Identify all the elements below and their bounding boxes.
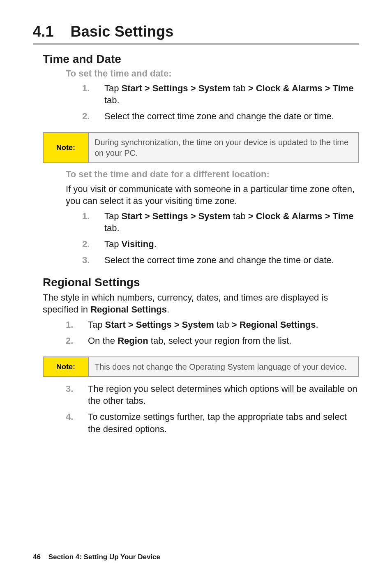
step-item: To customize settings further, tap the a…: [66, 411, 359, 439]
step-item: On the Region tab, select your region fr…: [66, 335, 359, 351]
section-title-text: Basic Settings: [70, 23, 173, 40]
steps-regional-a: Tap Start > Settings > System tab > Regi…: [33, 319, 359, 351]
step-text: tab.: [104, 95, 120, 105]
intro-text: The style in which numbers, currency, da…: [43, 292, 328, 315]
step-text: tab: [214, 319, 232, 330]
step-text: tab.: [104, 223, 120, 233]
regional-intro: The style in which numbers, currency, da…: [33, 292, 359, 315]
step-item: Tap Start > Settings > System tab > Cloc…: [82, 82, 359, 110]
step-text: Tap: [104, 83, 122, 93]
step-item: Select the correct time zone and change …: [82, 254, 359, 270]
step-text: Tap: [104, 239, 122, 249]
step-text: To customize settings further, tap the a…: [88, 412, 347, 434]
step-text: The region you select determines which o…: [88, 384, 357, 406]
step-text: .: [316, 319, 318, 330]
step-bold: > Regional Settings: [232, 319, 316, 330]
step-text: tab: [231, 83, 248, 93]
step-item: Tap Start > Settings > System tab > Cloc…: [82, 210, 359, 238]
steps-regional-b: The region you select determines which o…: [33, 383, 359, 439]
section-title: 4.1 Basic Settings: [33, 23, 359, 40]
step-bold: Region: [118, 336, 148, 346]
step-text: Tap: [88, 319, 105, 330]
note-label: Note:: [44, 357, 89, 376]
note-box: Note: During synchronization, the time o…: [43, 132, 359, 163]
step-bold: Start > Settings > System: [105, 319, 214, 330]
step-bold: > Clock & Alarms > Time: [248, 211, 354, 221]
page-footer: 46 Section 4: Setting Up Your Device: [33, 553, 160, 561]
heading-time-and-date: Time and Date: [33, 53, 359, 66]
step-item: Tap Start > Settings > System tab > Regi…: [66, 319, 359, 335]
page-number: 46: [33, 553, 41, 561]
note-label: Note:: [44, 133, 89, 162]
note-box: Note: This does not change the Operating…: [43, 356, 359, 377]
step-item: The region you select determines which o…: [66, 383, 359, 411]
page: 4.1 Basic Settings Time and Date To set …: [0, 0, 392, 581]
step-text: tab: [231, 211, 248, 221]
steps-time-a: Tap Start > Settings > System tab > Cloc…: [33, 82, 359, 126]
footer-section-label: Section 4: Setting Up Your Device: [48, 553, 160, 561]
section-number: 4.1: [33, 23, 54, 40]
step-text: On the: [88, 336, 118, 346]
step-bold: Start > Settings > System: [122, 83, 231, 93]
intro-bold: Regional Settings: [90, 304, 167, 315]
step-bold: Visiting: [122, 239, 154, 249]
note-body: During synchronization, the time on your…: [89, 133, 358, 162]
step-item: Select the correct time zone and change …: [82, 110, 359, 126]
note-body: This does not change the Operating Syste…: [89, 357, 358, 376]
step-bold: Start > Settings > System: [122, 211, 231, 221]
to-set-time-label: To set the time and date:: [33, 68, 359, 79]
step-bold: > Clock & Alarms > Time: [248, 83, 354, 93]
step-text: tab, select your region from the list.: [148, 336, 292, 346]
intro-text: .: [167, 304, 169, 315]
to-set-different-label: To set the time and date for a different…: [33, 169, 359, 180]
step-text: Select the correct time zone and change …: [104, 255, 334, 265]
step-item: Tap Visiting.: [82, 238, 359, 254]
step-text: .: [154, 239, 157, 249]
section-rule: [33, 44, 359, 44]
steps-time-b: Tap Start > Settings > System tab > Cloc…: [33, 210, 359, 270]
step-text: Tap: [104, 211, 122, 221]
heading-regional-settings: Regional Settings: [33, 276, 359, 289]
diff-location-para: If you visit or communicate with someone…: [33, 183, 359, 207]
step-text: Select the correct time zone and change …: [104, 111, 334, 121]
